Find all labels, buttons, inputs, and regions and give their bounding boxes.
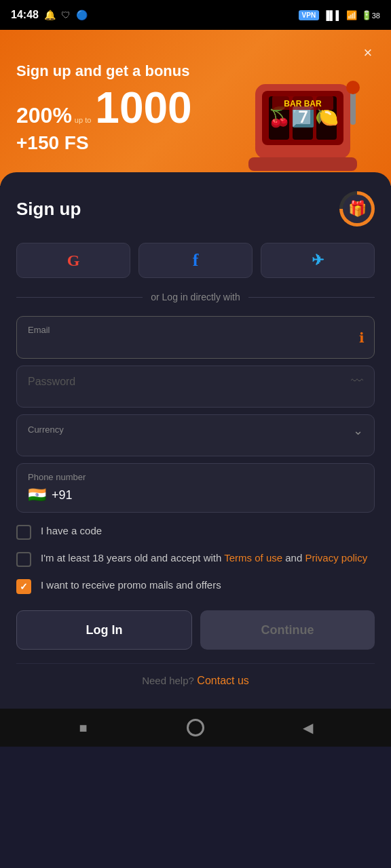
currency-row: Currency ⌄ <box>28 423 363 438</box>
home-icon <box>187 719 204 736</box>
gift-button[interactable]: 🎁 <box>339 191 375 226</box>
vpn-badge: VPN <box>299 10 320 20</box>
action-buttons: Log In Continue <box>16 610 375 650</box>
nav-forward-button[interactable]: ◀ <box>295 715 320 740</box>
google-icon: G <box>67 252 80 270</box>
terms-link[interactable]: Terms of use <box>224 552 282 564</box>
checkmark-icon: ✓ <box>20 581 28 592</box>
continue-button[interactable]: Continue <box>200 610 375 650</box>
have-code-row: I have a code <box>16 524 375 540</box>
terms-label: I'm at least 18 years old and accept wit… <box>41 551 367 565</box>
nav-bar: ■ ◀ <box>0 709 391 747</box>
banner-percent: 200% <box>16 103 72 128</box>
terms-checkbox[interactable] <box>16 552 31 567</box>
phone-number: +91 <box>52 488 73 502</box>
have-code-checkbox[interactable] <box>16 525 31 540</box>
banner-title: Sign up and get a bonus <box>16 62 375 81</box>
wifi-icon: 📶 <box>346 10 357 20</box>
notification-icon: 🔔 <box>44 9 56 20</box>
password-input[interactable] <box>28 376 351 388</box>
svg-rect-12 <box>248 157 357 171</box>
banner-amount-number: 1000 <box>95 86 191 130</box>
promo-row: ✓ I want to receive promo mails and offe… <box>16 578 375 594</box>
have-code-label: I have a code <box>41 524 102 538</box>
email-label: Email <box>28 325 363 335</box>
form-footer: Need help? Contact us <box>16 663 375 695</box>
stop-icon: ■ <box>79 720 88 736</box>
facebook-icon: f <box>193 250 199 271</box>
field-group: Email ℹ 〰 Currency ⌄ Phone number 🇮� <box>16 316 375 513</box>
shield-icon: 🛡 <box>61 9 71 20</box>
nav-back-button[interactable]: ■ <box>71 715 96 740</box>
eye-icon[interactable]: 〰 <box>351 374 363 389</box>
divider-line-left <box>16 297 143 298</box>
flag-icon: 🇮🇳 <box>28 486 46 504</box>
form-title: Sign up <box>16 199 81 220</box>
privacy-link[interactable]: Privacy policy <box>305 552 367 564</box>
phone-field-container[interactable]: Phone number 🇮🇳 +91 <box>16 463 375 513</box>
checkboxes: I have a code I'm at least 18 years old … <box>16 524 375 594</box>
divider: or Log in directly with <box>16 292 375 302</box>
login-button[interactable]: Log In <box>16 610 192 650</box>
divider-line-right <box>248 297 375 298</box>
contact-us-link[interactable]: Contact us <box>197 675 248 686</box>
form-container: Sign up 🎁 G f ✈ or Log in directly with … <box>0 172 391 709</box>
terms-row: I'm at least 18 years old and accept wit… <box>16 551 375 567</box>
email-field-container: Email ℹ <box>16 316 375 359</box>
social-buttons: G f ✈ <box>16 243 375 278</box>
google-login-button[interactable]: G <box>16 243 130 278</box>
need-help-text: Need help? <box>142 675 194 686</box>
facebook-login-button[interactable]: f <box>138 243 253 278</box>
email-input[interactable] <box>28 338 363 350</box>
signal-icon: ▐▌▌ <box>323 10 342 20</box>
nav-home-button[interactable] <box>183 715 208 740</box>
banner-content: Sign up and get a bonus 200% up to 1000 … <box>16 62 375 155</box>
chevron-down-icon: ⌄ <box>353 423 363 438</box>
divider-text: or Log in directly with <box>151 292 240 302</box>
back-arrow-icon: ◀ <box>303 719 313 736</box>
phone-value: 🇮🇳 +91 <box>28 486 363 504</box>
banner-upto-text: up to <box>75 116 91 124</box>
info-icon[interactable]: ℹ <box>359 330 365 346</box>
banner-amount: 200% up to 1000 <box>16 86 375 130</box>
password-row: 〰 <box>28 374 363 389</box>
banner-fs: +150 FS <box>16 132 375 154</box>
phone-label: Phone number <box>28 472 363 482</box>
promo-checkbox[interactable]: ✓ <box>16 579 31 594</box>
currency-label: Currency <box>28 425 353 435</box>
battery-icon: 🔋38 <box>361 10 380 20</box>
status-time: 14:48 <box>11 9 39 21</box>
telegram-icon: ✈ <box>312 252 324 269</box>
vpn-shield-icon: 🔵 <box>76 9 88 20</box>
promo-banner: Sign up and get a bonus 200% up to 1000 … <box>0 30 391 186</box>
close-button[interactable]: × <box>356 41 380 65</box>
telegram-login-button[interactable]: ✈ <box>261 243 375 278</box>
password-field-container: 〰 <box>16 366 375 408</box>
status-bar: 14:48 🔔 🛡 🔵 VPN ▐▌▌ 📶 🔋38 <box>0 0 391 30</box>
promo-label: I want to receive promo mails and offers <box>41 578 221 592</box>
currency-field-container[interactable]: Currency ⌄ <box>16 414 375 456</box>
form-header: Sign up 🎁 <box>16 191 375 226</box>
gift-icon: 🎁 <box>343 195 371 223</box>
